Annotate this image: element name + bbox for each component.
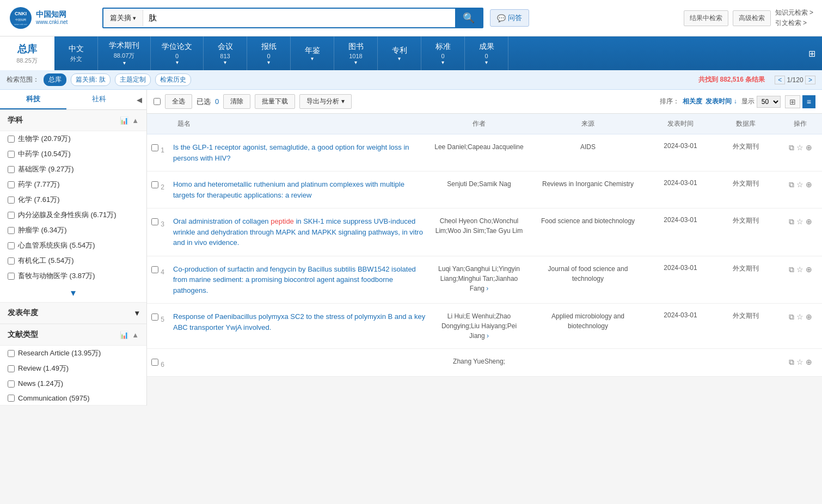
row-5-checkbox[interactable] <box>151 314 158 321</box>
row-1-star-icon[interactable]: ☆ <box>796 143 803 152</box>
row-6-title[interactable] <box>169 354 430 359</box>
row-3-title[interactable]: Oral administration of collagen peptide … <box>169 214 430 250</box>
discipline-checkbox-tcm[interactable] <box>8 151 15 158</box>
advanced-search-button[interactable]: 高级检索 <box>733 10 771 26</box>
row-4-checkbox[interactable] <box>151 266 158 273</box>
discipline-chart-icon[interactable]: 📊 <box>120 116 128 125</box>
discipline-item-endocrine[interactable]: 内分泌腺及全身性疾病 (6.71万) <box>0 207 146 223</box>
discipline-item-pharmacy[interactable]: 药学 (7.77万) <box>0 177 146 192</box>
row-3-more-icon[interactable]: ⊕ <box>806 217 812 226</box>
batch-download-button[interactable]: 批量下载 <box>255 94 295 109</box>
nav-tab-journals[interactable]: 学术期刊 88.07万 ▾ <box>98 36 151 70</box>
discipline-item-chemistry[interactable]: 化学 (7.61万) <box>0 192 146 207</box>
tab-science[interactable]: 科技 <box>0 90 66 109</box>
discipline-checkbox-chemistry[interactable] <box>8 196 15 204</box>
select-all-button[interactable]: 全选 <box>165 94 192 109</box>
doc-type-chart-icon[interactable]: 📊 <box>120 331 128 339</box>
row-5-star-icon[interactable]: ☆ <box>796 312 803 321</box>
nav-tab-results[interactable]: 成果 0 ▾ <box>465 36 508 70</box>
tab-social[interactable]: 社科 <box>66 90 133 109</box>
discipline-item-oncology[interactable]: 肿瘤学 (6.34万) <box>0 223 146 238</box>
search-scope-dropdown[interactable]: 篇关摘 <box>103 10 143 26</box>
discipline-checkbox-basic-medicine[interactable] <box>8 166 15 173</box>
discipline-item-basic-medicine[interactable]: 基础医学 (9.27万) <box>0 162 146 177</box>
filter-tag-abstract[interactable]: 篇关摘: 肽 <box>71 73 111 86</box>
discipline-checkbox-veterinary[interactable] <box>8 273 15 280</box>
discipline-checkbox-oncology[interactable] <box>8 227 15 234</box>
export-analyze-button[interactable]: 导出与分析 ▾ <box>299 94 351 109</box>
nav-tab-general[interactable]: 总库 88.25万 <box>0 36 54 70</box>
row-4-author-more-link[interactable]: › <box>486 285 488 292</box>
nav-tab-patents[interactable]: 专利 ▾ <box>378 36 421 70</box>
row-2-checkbox[interactable] <box>151 181 158 188</box>
discipline-checkbox-pharmacy[interactable] <box>8 181 15 188</box>
row-3-star-icon[interactable]: ☆ <box>796 217 803 226</box>
row-2-star-icon[interactable]: ☆ <box>796 180 803 189</box>
row-1-copy-icon[interactable]: ⧉ <box>789 143 794 152</box>
discipline-item-cardiovascular[interactable]: 心血管系统疾病 (5.54万) <box>0 238 146 253</box>
row-5-author-more-link[interactable]: › <box>487 332 489 340</box>
nav-expand-button[interactable]: ⊞ <box>802 36 822 70</box>
sort-relevance-button[interactable]: 相关度 <box>683 97 702 106</box>
row-5-more-icon[interactable]: ⊕ <box>806 312 812 321</box>
row-4-star-icon[interactable]: ☆ <box>796 265 803 274</box>
next-page-button[interactable]: > <box>805 76 815 84</box>
nav-tab-books[interactable]: 图书 1018 ▾ <box>334 36 378 70</box>
discipline-checkbox-organic-chem[interactable] <box>8 257 15 265</box>
discipline-item-organic-chem[interactable]: 有机化工 (5.54万) <box>0 253 146 268</box>
view-list-button[interactable]: ≡ <box>802 95 815 108</box>
sidebar-collapse-button[interactable]: ◀ <box>132 90 146 109</box>
discipline-expand-icon[interactable]: ▲ <box>132 116 139 125</box>
row-5-copy-icon[interactable]: ⧉ <box>789 312 794 322</box>
sort-date-button[interactable]: 发表时间 ↓ <box>706 97 737 106</box>
filter-tag-subject[interactable]: 主题定制 <box>115 73 151 86</box>
nav-tab-conference[interactable]: 会议 813 ▾ <box>204 36 247 70</box>
discipline-show-more[interactable]: ▾ <box>0 284 146 302</box>
prev-page-button[interactable]: < <box>775 76 785 84</box>
doc-type-item-review[interactable]: Review (1.49万) <box>0 361 146 376</box>
discipline-checkbox-cardiovascular[interactable] <box>8 242 15 249</box>
doc-type-checkbox-research[interactable] <box>8 350 15 357</box>
discipline-checkbox-endocrine[interactable] <box>8 212 15 219</box>
row-2-title[interactable]: Homo and heterometallic ruthenium and pl… <box>169 177 430 202</box>
row-1-checkbox[interactable] <box>151 144 158 151</box>
row-3-checkbox[interactable] <box>151 218 158 225</box>
ai-question-button[interactable]: 💬 问答 <box>490 9 529 27</box>
row-1-title[interactable]: Is the GLP-1 receptor agonist, semagluti… <box>169 140 430 165</box>
display-count-select[interactable]: 50 <box>757 96 781 108</box>
row-6-checkbox[interactable] <box>151 359 158 366</box>
row-4-more-icon[interactable]: ⊕ <box>806 265 812 274</box>
doc-type-checkbox-news[interactable] <box>8 380 15 388</box>
filter-tag-history[interactable]: 检索历史 <box>155 73 191 86</box>
row-6-star-icon[interactable]: ☆ <box>796 358 803 366</box>
row-5-title[interactable]: Response of Paenibacillus polymyxa SC2 t… <box>169 309 430 335</box>
row-2-more-icon[interactable]: ⊕ <box>806 180 812 189</box>
nav-tab-standards[interactable]: 标准 0 ▾ <box>421 36 465 70</box>
doc-type-item-research[interactable]: Research Article (13.95万) <box>0 346 146 361</box>
doc-type-item-communication[interactable]: Communication (5975) <box>0 391 146 405</box>
clear-button[interactable]: 清除 <box>223 94 250 109</box>
view-grid-button[interactable]: ⊞ <box>785 95 800 108</box>
pub-year-header[interactable]: 发表年度 ▾ <box>0 303 146 324</box>
row-2-copy-icon[interactable]: ⧉ <box>789 180 794 189</box>
row-4-copy-icon[interactable]: ⧉ <box>789 265 794 274</box>
select-all-checkbox[interactable] <box>154 98 161 105</box>
discipline-item-tcm[interactable]: 中药学 (10.54万) <box>0 146 146 162</box>
filter-tag-general[interactable]: 总库 <box>44 73 66 86</box>
row-3-copy-icon[interactable]: ⧉ <box>789 217 794 226</box>
nav-tab-chinese[interactable]: 中文 外文 <box>54 36 98 70</box>
discipline-checkbox-biology[interactable] <box>8 136 15 143</box>
doc-type-checkbox-communication[interactable] <box>8 395 15 402</box>
discipline-item-veterinary[interactable]: 畜牧与动物医学 (3.87万) <box>0 268 146 284</box>
search-in-results-button[interactable]: 结果中检索 <box>684 10 728 26</box>
doc-type-expand-icon[interactable]: ▲ <box>132 331 139 339</box>
row-1-more-icon[interactable]: ⊕ <box>806 143 812 152</box>
row-6-copy-icon[interactable]: ⧉ <box>789 358 794 367</box>
nav-tab-yearbook[interactable]: 年鉴 ▾ <box>291 36 334 70</box>
nav-tab-dissertations[interactable]: 学位论文 0 ▾ <box>151 36 204 70</box>
search-input[interactable] <box>143 10 455 26</box>
knowledge-element-search-link[interactable]: 知识元检索 > <box>775 8 813 17</box>
discipline-item-biology[interactable]: 生物学 (20.79万) <box>0 131 146 146</box>
search-button[interactable]: 🔍 <box>455 9 482 27</box>
doc-type-item-news[interactable]: News (1.24万) <box>0 376 146 391</box>
